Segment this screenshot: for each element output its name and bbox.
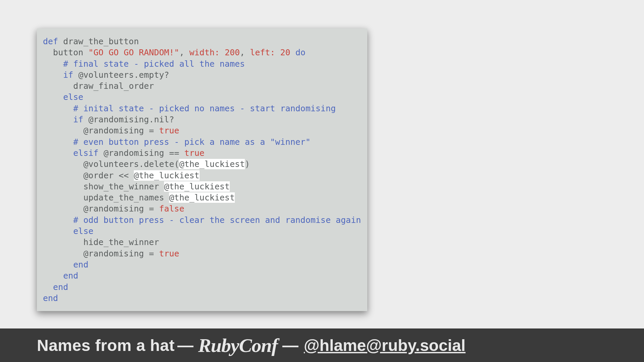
- code-line-11: @volunteers.delete(@the_luckiest): [43, 159, 361, 170]
- slide-footer: Names from a hat — RubyConf — @hlame@rub…: [0, 328, 644, 362]
- code-line-9: # even button press - pick a name as a "…: [43, 136, 361, 147]
- code-line-3: if @volunteers.empty?: [43, 69, 361, 80]
- code-line-4: draw_final_order: [43, 80, 361, 92]
- code-line-10: elsif @randomising == true: [43, 147, 361, 159]
- footer-title: Names from a hat: [37, 336, 175, 355]
- code-line-15: @randomising = false: [43, 203, 361, 214]
- footer-dash-1: —: [177, 336, 194, 355]
- footer-handle: @hlame@ruby.social: [304, 336, 466, 355]
- code-line-5: else: [43, 92, 361, 103]
- code-line-1: button "GO GO GO RANDOM!", width: 200, l…: [43, 47, 361, 58]
- code-line-0: def draw_the_button: [43, 36, 361, 47]
- code-block: def draw_the_button button "GO GO GO RAN…: [37, 28, 367, 311]
- code-line-8: @randomising = true: [43, 125, 361, 136]
- code-line-18: hide_the_winner: [43, 237, 361, 248]
- code-line-17: else: [43, 226, 361, 237]
- code-line-19: @randomising = true: [43, 248, 361, 259]
- code-line-21: end: [43, 270, 361, 281]
- code-line-7: if @randomising.nil?: [43, 114, 361, 125]
- code-line-13: show_the_winner @the_luckiest: [43, 181, 361, 192]
- code-line-14: update_the_names @the_luckiest: [43, 192, 361, 203]
- code-line-6: # inital state - picked no names - start…: [43, 103, 361, 114]
- code-line-20: end: [43, 259, 361, 270]
- code-line-23: end: [43, 293, 361, 304]
- code-line-12: @order << @the_luckiest: [43, 170, 361, 181]
- footer-dash-2: —: [282, 336, 299, 355]
- code-line-22: end: [43, 282, 361, 293]
- footer-logo: RubyConf: [198, 334, 278, 357]
- code-line-16: # odd button press - clear the screen an…: [43, 215, 361, 226]
- code-line-2: # final state - picked all the names: [43, 58, 361, 69]
